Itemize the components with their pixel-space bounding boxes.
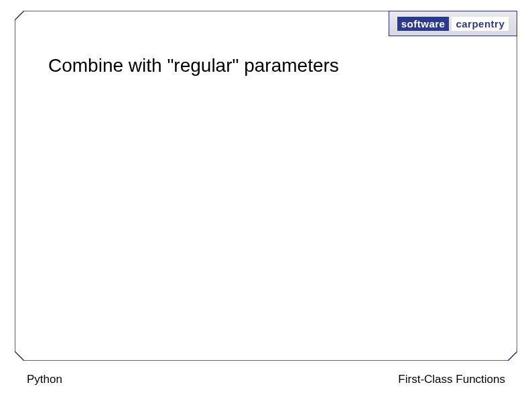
- footer-right: First-Class Functions: [398, 373, 505, 386]
- slide-frame: software carpentry Combine with "regular…: [15, 11, 517, 361]
- slide-title: Combine with "regular" parameters: [48, 55, 339, 76]
- logo-inner: software carpentry: [389, 11, 517, 36]
- logo-word-software: software: [397, 17, 450, 31]
- footer-left: Python: [27, 373, 62, 386]
- logo: software carpentry: [389, 11, 517, 36]
- logo-word-carpentry: carpentry: [452, 17, 509, 31]
